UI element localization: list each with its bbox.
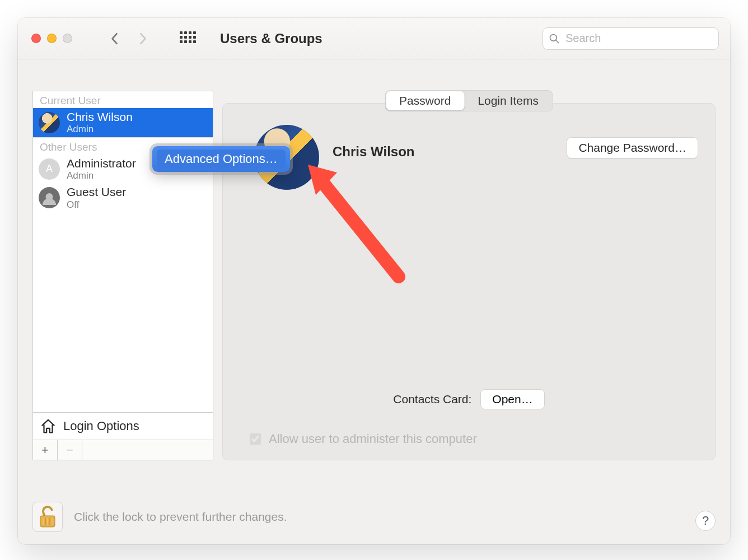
user-name: Administrator [67,157,136,170]
back-button[interactable] [107,31,123,46]
search-input[interactable] [543,27,719,50]
forward-button[interactable] [135,31,151,46]
open-contacts-button[interactable]: Open… [480,389,544,409]
spacer [82,440,213,460]
admin-checkbox-label: Allow user to administer this computer [269,432,477,446]
tab-login-items[interactable]: Login Items [464,91,552,110]
avatar [39,187,60,208]
search-icon [549,33,560,44]
home-icon [40,418,57,435]
tabs: Password Login Items [385,90,553,111]
current-user-label: Current User [33,91,213,108]
window-controls [31,34,72,43]
context-menu: Advanced Options… [152,146,290,172]
nav-arrows [107,31,151,46]
admin-checkbox [250,433,261,445]
user-name: Chris Wilson [67,110,133,124]
minimize-window-button[interactable] [47,34,57,43]
add-user-button[interactable]: + [33,440,58,460]
advanced-options-menu-item[interactable]: Advanced Options… [157,150,286,169]
svg-line-1 [556,40,559,43]
contacts-card-label: Contacts Card: [393,393,471,406]
avatar [39,112,60,133]
tab-password[interactable]: Password [386,91,464,110]
show-all-prefs-button[interactable] [180,31,194,46]
user-role: Admin [67,170,136,181]
main-panel: Password Login Items Chris Wilson Change… [222,103,716,460]
add-remove-row: + − [33,440,213,460]
zoom-window-button[interactable] [63,34,72,43]
toolbar: Users & Groups [18,18,730,59]
login-options-label: Login Options [63,419,139,433]
avatar: A [39,158,60,180]
admin-checkbox-row: Allow user to administer this computer [250,432,477,446]
user-row[interactable]: Guest User Off [33,183,213,212]
remove-user-button[interactable]: − [58,440,82,460]
unlock-icon [38,505,57,529]
lock-row: Click the lock to prevent further change… [32,502,287,532]
contacts-card-row: Contacts Card: Open… [223,389,715,409]
lock-instruction-text: Click the lock to prevent further change… [74,510,287,524]
close-window-button[interactable] [31,34,41,43]
window-title: Users & Groups [220,31,322,46]
user-display-name: Chris Wilson [333,144,414,160]
user-role: Admin [67,124,133,135]
change-password-button[interactable]: Change Password… [567,137,698,158]
user-row-current[interactable]: Chris Wilson Admin [33,108,213,137]
login-options-button[interactable]: Login Options [33,412,213,440]
lock-button[interactable] [32,502,63,532]
user-name: Guest User [67,185,126,199]
search-wrap [543,27,719,50]
help-button[interactable]: ? [695,511,716,531]
user-role: Off [67,199,126,211]
content-area: Current User Chris Wilson Admin Other Us… [18,59,730,544]
